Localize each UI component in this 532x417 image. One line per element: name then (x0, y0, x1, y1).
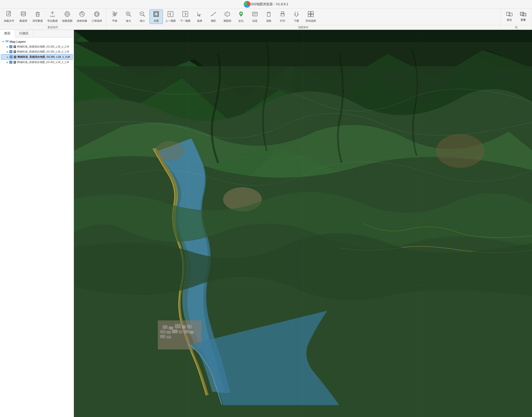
svg-rect-66 (160, 330, 165, 334)
prev-view-label: 上一视图 (165, 19, 176, 23)
clear-data-button[interactable]: 清空数据 (30, 10, 45, 24)
layer-expand-2: ▶ (7, 51, 8, 53)
svg-rect-61 (163, 325, 167, 329)
svg-rect-73 (166, 336, 171, 338)
svg-text:S: S (226, 13, 228, 15)
measure-dist-button[interactable]: 测距 (207, 10, 220, 24)
print-button[interactable]: 打印 (276, 10, 289, 24)
tab-districts[interactable]: 行政区 (15, 30, 33, 37)
app-logo (244, 1, 250, 8)
svg-rect-15 (114, 13, 116, 16)
select-icon (196, 11, 203, 18)
layer-label-4: 鹤城街道_高德混合地图_GCJ02_L18_1_1.tif (17, 60, 69, 64)
layer-expand-3: ▶ (7, 56, 9, 58)
toolbar-section-data: 加载文件 数据库 (0, 9, 106, 30)
svg-line-23 (143, 15, 145, 16)
map-section-label: 地图操作 (106, 25, 501, 30)
layer-item-1[interactable]: ▶ ✓ 🖼 鹤城街道_高德混合地图_GCJ02_L18_2_2.tif (1, 44, 73, 49)
map-area[interactable] (74, 30, 532, 417)
zoom-out-icon (139, 11, 146, 18)
map-layers-icon: 🗺 (5, 40, 9, 43)
zoom-in-button[interactable]: 放大 (122, 10, 135, 24)
export-data-button[interactable]: 导出数据 (45, 10, 60, 24)
pan-button[interactable]: 平移 (108, 10, 121, 24)
zoom-out-button[interactable]: 缩小 (136, 10, 149, 24)
coord-transform-button[interactable]: 坐标转换 (75, 10, 89, 24)
layer-item-3[interactable]: ▶ ✓ 🖼 鹤城街道_高德混合地图_GCJ02_L18_1_2.tif (1, 54, 73, 60)
load-basemap-icon (64, 11, 70, 18)
print-label: 打印 (280, 19, 285, 23)
svg-point-76 (436, 134, 484, 168)
clear-button[interactable]: 清除 (262, 10, 275, 24)
cross-select-button[interactable]: 相交 (503, 11, 516, 23)
spatial-select-button[interactable]: 空间选择 (303, 10, 318, 24)
pan-label: 平移 (112, 19, 117, 23)
panel-tabs: 图层 行政区 (0, 30, 74, 37)
main-area: 图层 行政区 ▼ 🗺 Map Layers ▶ ✓ 🖼 鹤城街道_高德混合地图_… (0, 30, 532, 417)
layer-checkbox-4[interactable]: ✓ (9, 61, 12, 64)
load-file-button[interactable]: 加载文件 (2, 10, 16, 24)
app-title: GIS地图浏览器 - V1.8.8.1 (250, 2, 288, 6)
data-buttons: 加载文件 数据库 (0, 9, 106, 25)
3d-globe-button[interactable]: 三维地球 (90, 10, 104, 24)
toolbar: 加载文件 数据库 (0, 9, 532, 30)
layer-checkbox-2[interactable]: ✓ (9, 50, 12, 53)
spatial-select-label: 空间选择 (305, 19, 316, 23)
layer-item-2[interactable]: ▶ ✓ 🖼 鹤城街道_高德混合地图_GCJ02_L18_2_1.tif (1, 49, 73, 54)
svg-rect-25 (155, 13, 158, 16)
overlap-icon (520, 12, 527, 17)
load-basemap-button[interactable]: 加载底图 (60, 10, 74, 24)
clear-data-icon (34, 11, 41, 18)
svg-rect-4 (36, 13, 39, 16)
locate-button[interactable]: 定位 (234, 10, 248, 24)
layer-icon-3: 🖼 (14, 55, 16, 59)
tree-root[interactable]: ▼ 🗺 Map Layers (1, 39, 73, 44)
clear-label: 清除 (266, 19, 271, 23)
prev-view-button[interactable]: 上一视图 (163, 10, 178, 24)
layer-item-4[interactable]: ▶ ✓ 🖼 鹤城街道_高德混合地图_GCJ02_L18_1_1.tif (1, 60, 73, 65)
svg-rect-69 (179, 330, 182, 334)
svg-line-32 (214, 13, 215, 14)
svg-rect-26 (168, 11, 173, 17)
database-button[interactable]: 数据库 (17, 10, 30, 24)
select-button[interactable]: 选择 (193, 10, 206, 24)
info-label: 信息 (252, 19, 258, 23)
layer-label-3: 鹤城街道_高德混合地图_GCJ02_L18_1_2.tif (17, 55, 70, 59)
layer-label-2: 鹤城街道_高德混合地图_GCJ02_L18_2_1.tif (17, 50, 69, 53)
layer-checkbox-3[interactable]: ✓ (10, 55, 13, 59)
layer-expand-1: ▶ (7, 46, 8, 48)
tab-layers[interactable]: 图层 (0, 30, 15, 37)
svg-rect-48 (308, 11, 311, 14)
overlap-label: 重叠 (521, 18, 526, 22)
next-view-button[interactable]: 下一视图 (178, 10, 192, 24)
full-extent-button[interactable]: 全图 (150, 10, 163, 24)
database-label: 数据库 (20, 19, 27, 23)
locate-label: 定位 (239, 19, 244, 23)
download-button[interactable]: 下载 (290, 10, 303, 24)
toolbar-section-topo: 相交 重叠 拓 (501, 9, 532, 30)
svg-rect-45 (281, 15, 284, 16)
layer-label-1: 鹤城街道_高德混合地图_GCJ02_L18_2_2.tif (17, 45, 69, 48)
svg-point-12 (94, 12, 99, 16)
svg-rect-24 (154, 12, 159, 16)
spatial-select-icon (307, 11, 314, 18)
layer-expand-4: ▶ (7, 61, 8, 63)
layer-icon-4: 🖼 (13, 61, 16, 64)
svg-rect-51 (311, 14, 313, 17)
info-button[interactable]: 信息 (248, 10, 261, 24)
load-file-icon (6, 11, 12, 18)
svg-rect-50 (308, 14, 311, 17)
clear-data-label: 清空数据 (32, 19, 43, 23)
svg-rect-70 (183, 330, 189, 333)
svg-rect-72 (160, 335, 165, 338)
map-buttons: 平移 放大 (106, 9, 501, 25)
layer-checkbox-1[interactable]: ✓ (9, 45, 12, 48)
svg-rect-68 (172, 330, 178, 333)
title-bar: GIS地图浏览器 - V1.8.8.1 (0, 0, 532, 9)
svg-rect-62 (169, 326, 173, 330)
cross-select-label: 相交 (507, 18, 512, 22)
overlap-button[interactable]: 重叠 (516, 11, 530, 23)
measure-area-button[interactable]: S 测面积 (221, 10, 234, 24)
svg-rect-55 (523, 13, 526, 16)
data-section-label: 数据操作 (0, 25, 106, 30)
